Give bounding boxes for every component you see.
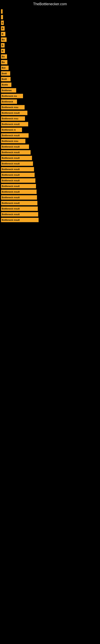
bar-item: Bottleneck result xyxy=(1,201,37,205)
bar-item: Bottleneck resu xyxy=(1,116,25,121)
bar-label: B xyxy=(2,50,3,52)
bar-item: Bottle xyxy=(1,82,11,87)
bar-label: Bottleneck resu xyxy=(2,140,18,142)
bar-label: Bottleneck result xyxy=(2,157,20,159)
bar-item: Bottleneck result xyxy=(1,206,38,211)
bar-row: Bottleneck result xyxy=(1,190,100,194)
bar-item: Bottleneck result xyxy=(1,144,29,149)
bar-item: Bo xyxy=(1,38,7,42)
bar-item: B xyxy=(1,32,5,36)
bar-item xyxy=(1,15,3,19)
bar-row: Bottleneck result xyxy=(1,173,100,177)
bar-item: Bottleneck result xyxy=(1,162,33,166)
bar-item: Bot xyxy=(1,66,9,70)
bar-label: Bo xyxy=(2,61,5,64)
bar-label: Bottleneck result xyxy=(2,202,20,204)
bar-row: B xyxy=(1,49,100,53)
bar-label: Bottleneck resu xyxy=(2,106,18,108)
bar-label: Bottleneck result xyxy=(2,185,20,187)
site-title: TheBottlenecker.com xyxy=(0,0,100,7)
bar-row: Bottleneck result xyxy=(1,150,100,154)
bar-item: Bottlenec xyxy=(1,88,16,92)
bar-label: Bottl xyxy=(2,72,7,75)
bar-label: Bottleneck result xyxy=(2,151,20,154)
bar-row: Bottleneck re xyxy=(1,128,100,132)
bar-item: B xyxy=(1,26,4,30)
bar-item: Bottleneck res xyxy=(1,94,23,98)
bar-item: Bottleneck result xyxy=(1,167,34,172)
bar-row: Bottleneck result xyxy=(1,122,100,126)
bar-item: Bottleneck result xyxy=(1,156,32,160)
bar-item: Bottleneck re xyxy=(1,128,22,132)
bar-label: Bottleneck result xyxy=(2,134,20,137)
bar-label: Bottleneck result xyxy=(2,112,20,114)
bar-row: Bottleneck result xyxy=(1,111,100,115)
bar-row: Bottlenec xyxy=(1,88,100,92)
bar-label: B xyxy=(2,44,3,46)
bar-row: E xyxy=(1,20,100,25)
bar-item: E xyxy=(1,20,4,25)
bar-item xyxy=(1,9,2,14)
bar-row: Bottleneck result xyxy=(1,133,100,138)
bar-row: Bottleneck res xyxy=(1,94,100,98)
bar-row: Bottleneck result xyxy=(1,162,100,166)
bar-item: Bottleneck resu xyxy=(1,105,25,110)
bar-label: Bottleneck result xyxy=(2,196,20,199)
bar-item: B xyxy=(1,43,4,48)
bar-row: Bottle xyxy=(1,82,100,87)
bar-label: Bottleneck xyxy=(2,100,13,103)
bar-label: Bottleneck result xyxy=(2,190,20,193)
bar-label: Bottleneck result xyxy=(2,219,20,221)
bar-label: Bottleneck result xyxy=(2,123,20,126)
bar-label: Bottle xyxy=(2,84,8,86)
bar-label: B xyxy=(2,33,3,35)
bar-row: Bottleneck xyxy=(1,100,100,104)
bar-row: B xyxy=(1,26,100,30)
bar-row: B xyxy=(1,32,100,36)
bar-row xyxy=(1,9,100,14)
bar-item: Bottleneck result xyxy=(1,178,35,183)
bar-row: Bo xyxy=(1,38,100,42)
bar-item: Bottleneck result xyxy=(1,184,36,188)
bar-label: Bo xyxy=(2,38,5,41)
bar-row: B xyxy=(1,43,100,48)
bar-item: Bottleneck resu xyxy=(1,139,25,143)
bar-label: Bottleneck re xyxy=(2,128,16,131)
bar-label: Bottleneck result xyxy=(2,179,20,182)
bar-row: Bo xyxy=(1,60,100,64)
bar-item: Bottl xyxy=(1,77,11,81)
bar-item: Bottleneck xyxy=(1,100,17,104)
bar-row: Bottleneck result xyxy=(1,144,100,149)
bar-row: Bottleneck result xyxy=(1,184,100,188)
bar-label: Bottleneck result xyxy=(2,168,20,170)
bar-row: Bottleneck result xyxy=(1,167,100,172)
bar-label: Bottleneck result xyxy=(2,208,20,210)
bar-item: Bottleneck result xyxy=(1,122,28,126)
bar-row xyxy=(1,15,100,19)
bar-row: Bottleneck result xyxy=(1,201,100,205)
bar-label: Bottleneck result xyxy=(2,162,20,165)
bar-item: Bottleneck result xyxy=(1,195,37,200)
bar-item: Bottleneck result xyxy=(1,133,29,138)
bar-item: Bottleneck result xyxy=(1,212,38,216)
bar-row: Bottleneck result xyxy=(1,212,100,216)
bar-row: Bot xyxy=(1,66,100,70)
bar-row: Bottleneck result xyxy=(1,178,100,183)
bar-item: Bottleneck result xyxy=(1,218,39,222)
bar-row: Bo xyxy=(1,54,100,59)
bar-label: Bottleneck resu xyxy=(2,117,18,120)
bar-label: Bottleneck res xyxy=(2,95,17,97)
bar-item: Bottl xyxy=(1,71,10,76)
bar-item: Bottleneck result xyxy=(1,111,27,115)
bar-row: Bottleneck result xyxy=(1,218,100,222)
bar-label: Bottlenec xyxy=(2,89,12,92)
bar-item: Bo xyxy=(1,60,7,64)
bar-label: Bottleneck result xyxy=(2,213,20,216)
bar-row: Bottleneck resu xyxy=(1,116,100,121)
bar-row: Bottl xyxy=(1,77,100,81)
bar-row: Bottleneck result xyxy=(1,156,100,160)
bar-item: Bo xyxy=(1,54,7,59)
bar-row: Bottleneck result xyxy=(1,206,100,211)
bar-item: Bottleneck result xyxy=(1,190,37,194)
bar-item: Bottleneck result xyxy=(1,150,31,154)
